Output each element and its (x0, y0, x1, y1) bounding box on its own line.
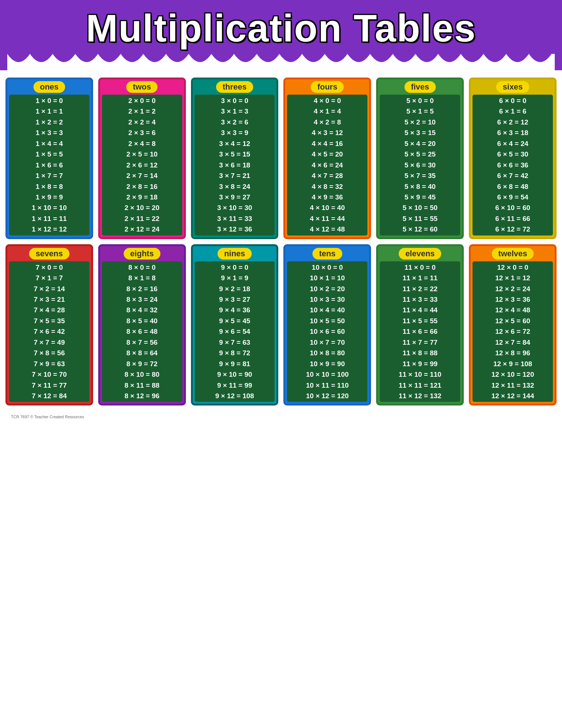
table-card-eights: eights8 × 0 = 08 × 1 = 88 × 2 = 168 × 3 … (98, 244, 186, 406)
table-row: 4 × 5 = 20 (288, 149, 366, 159)
table-row: 2 × 11 = 22 (103, 213, 181, 224)
table-row: 8 × 5 = 40 (103, 316, 181, 326)
table-row: 9 × 1 = 9 (196, 273, 274, 283)
table-row: 7 × 11 = 77 (11, 380, 88, 391)
table-row: 2 × 7 = 14 (103, 170, 181, 181)
table-card-tens: tens10 × 0 = 010 × 1 = 1010 × 2 = 2010 ×… (283, 244, 371, 406)
table-row: 9 × 4 = 36 (196, 305, 274, 315)
table-row: 10 × 3 = 30 (288, 294, 366, 305)
table-card-fours: fours4 × 0 = 04 × 1 = 44 × 2 = 84 × 3 = … (283, 78, 371, 239)
table-row: 1 × 9 = 9 (11, 192, 88, 202)
table-inner-elevens: 11 × 0 = 011 × 1 = 1111 × 2 = 2211 × 3 =… (380, 261, 460, 402)
table-row: 2 × 9 = 18 (103, 192, 181, 202)
table-row: 8 × 4 = 32 (103, 305, 181, 315)
table-row: 5 × 4 = 20 (381, 138, 459, 149)
table-row: 7 × 5 = 35 (11, 316, 88, 326)
table-row: 11 × 11 = 121 (381, 380, 459, 391)
table-row: 1 × 6 = 6 (11, 160, 88, 170)
table-row: 11 × 10 = 110 (381, 369, 459, 380)
table-inner-fours: 4 × 0 = 04 × 1 = 44 × 2 = 84 × 3 = 124 ×… (287, 95, 367, 236)
table-row: 9 × 10 = 90 (196, 369, 274, 380)
table-row: 12 × 12 = 144 (474, 391, 551, 401)
table-row: 10 × 7 = 70 (288, 337, 366, 348)
table-row: 3 × 2 = 6 (196, 117, 274, 127)
table-row: 10 × 12 = 120 (288, 391, 366, 401)
table-row: 11 × 8 = 88 (381, 348, 459, 358)
table-row: 2 × 5 = 10 (103, 149, 181, 159)
table-row: 11 × 2 = 22 (381, 284, 459, 294)
table-row: 1 × 0 = 0 (11, 95, 88, 106)
table-label-threes: threes (216, 81, 253, 93)
table-row: 4 × 8 = 32 (288, 181, 366, 192)
table-row: 7 × 3 = 21 (11, 294, 88, 305)
table-label-twos: twos (126, 81, 158, 93)
table-card-twelves: twelves12 × 0 = 012 × 1 = 1212 × 2 = 241… (469, 244, 557, 406)
table-row: 7 × 9 = 63 (11, 359, 88, 369)
table-row: 4 × 1 = 4 (288, 106, 366, 116)
table-inner-threes: 3 × 0 = 03 × 1 = 33 × 2 = 63 × 3 = 93 × … (195, 95, 275, 236)
table-row: 6 × 9 = 54 (474, 192, 551, 202)
table-row: 11 × 12 = 132 (381, 391, 459, 401)
table-row: 11 × 6 = 66 (381, 326, 459, 337)
table-row: 8 × 2 = 16 (103, 284, 181, 294)
table-row: 5 × 1 = 5 (381, 106, 459, 116)
table-row: 8 × 12 = 96 (103, 391, 181, 401)
table-row: 7 × 10 = 70 (11, 369, 88, 380)
table-row: 6 × 3 = 18 (474, 127, 551, 138)
table-inner-ones: 1 × 0 = 01 × 1 = 11 × 2 = 21 × 3 = 31 × … (9, 95, 89, 236)
table-row: 3 × 9 = 27 (196, 192, 274, 202)
table-row: 3 × 11 = 33 (196, 213, 274, 224)
table-row: 6 × 12 = 72 (474, 224, 551, 234)
table-row: 1 × 8 = 8 (11, 181, 88, 192)
table-row: 5 × 2 = 10 (381, 117, 459, 127)
table-row: 10 × 6 = 60 (288, 326, 366, 337)
table-row: 10 × 11 = 110 (288, 380, 366, 391)
table-inner-sevens: 7 × 0 = 07 × 1 = 77 × 2 = 147 × 3 = 217 … (9, 261, 89, 402)
table-inner-fives: 5 × 0 = 05 × 1 = 55 × 2 = 105 × 3 = 155 … (380, 95, 460, 236)
table-row: 5 × 5 = 25 (381, 149, 459, 159)
table-row: 7 × 2 = 14 (11, 284, 88, 294)
table-card-sevens: sevens7 × 0 = 07 × 1 = 77 × 2 = 147 × 3 … (5, 244, 93, 406)
table-row: 4 × 0 = 0 (288, 95, 366, 106)
table-row: 6 × 2 = 12 (474, 117, 551, 127)
page-title: Multiplication Tables (7, 7, 555, 54)
table-card-twos: twos2 × 0 = 02 × 1 = 22 × 2 = 42 × 3 = 6… (98, 78, 186, 239)
table-row: 12 × 4 = 48 (474, 305, 551, 315)
table-row: 8 × 0 = 0 (103, 262, 181, 273)
table-row: 6 × 10 = 60 (474, 202, 551, 213)
table-row: 4 × 4 = 16 (288, 138, 366, 149)
table-row: 7 × 1 = 7 (11, 273, 88, 283)
table-inner-eights: 8 × 0 = 08 × 1 = 88 × 2 = 168 × 3 = 248 … (102, 261, 182, 402)
table-row: 8 × 10 = 80 (103, 369, 181, 380)
table-row: 11 × 4 = 44 (381, 305, 459, 315)
table-label-eights: eights (124, 248, 160, 260)
table-row: 4 × 11 = 44 (288, 213, 366, 224)
table-row: 12 × 3 = 36 (474, 294, 551, 305)
table-row: 7 × 6 = 42 (11, 326, 88, 337)
table-row: 2 × 0 = 0 (103, 95, 181, 106)
table-row: 8 × 11 = 88 (103, 380, 181, 391)
table-row: 6 × 5 = 30 (474, 149, 551, 159)
table-row: 1 × 3 = 3 (11, 127, 88, 138)
table-row: 2 × 12 = 24 (103, 224, 181, 234)
table-row: 4 × 10 = 40 (288, 202, 366, 213)
table-row: 1 × 2 = 2 (11, 117, 88, 127)
table-row: 11 × 3 = 33 (381, 294, 459, 305)
table-row: 8 × 6 = 48 (103, 326, 181, 337)
table-row: 5 × 6 = 30 (381, 160, 459, 170)
table-inner-nines: 9 × 0 = 09 × 1 = 99 × 2 = 189 × 3 = 279 … (195, 261, 275, 402)
table-row: 6 × 6 = 36 (474, 160, 551, 170)
table-row: 10 × 9 = 90 (288, 359, 366, 369)
table-row: 3 × 5 = 15 (196, 149, 274, 159)
table-row: 9 × 3 = 27 (196, 294, 274, 305)
table-row: 4 × 12 = 48 (288, 224, 366, 234)
table-row: 11 × 0 = 0 (381, 262, 459, 273)
table-row: 2 × 10 = 20 (103, 202, 181, 213)
table-row: 5 × 10 = 50 (381, 202, 459, 213)
table-label-twelves: twelves (492, 248, 534, 260)
table-row: 10 × 5 = 50 (288, 316, 366, 326)
table-row: 8 × 8 = 64 (103, 348, 181, 358)
table-card-nines: nines9 × 0 = 09 × 1 = 99 × 2 = 189 × 3 =… (191, 244, 279, 406)
table-row: 5 × 9 = 45 (381, 192, 459, 202)
table-row: 12 × 2 = 24 (474, 284, 551, 294)
